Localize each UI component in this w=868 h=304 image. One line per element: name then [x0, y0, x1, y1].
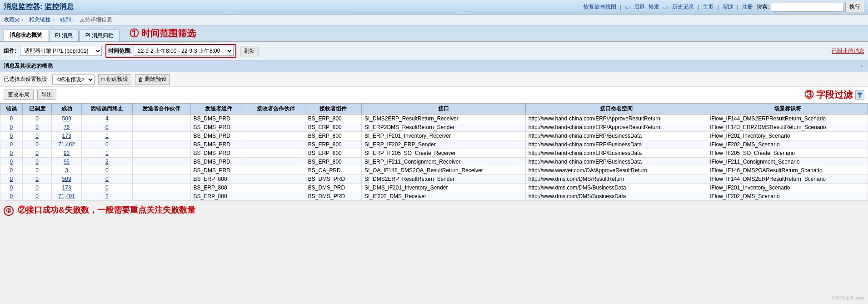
table-cell[interactable]: 0 — [22, 192, 52, 201]
table-cell: BS_ERP_800 — [305, 115, 361, 123]
table-cell[interactable]: 0 — [22, 123, 52, 132]
table-cell[interactable]: 2 — [81, 192, 132, 201]
forward-link[interactable]: 转发 — [649, 3, 659, 11]
table-cell: BS_DMS_PRD — [305, 184, 361, 192]
table-cell[interactable]: 71,402 — [52, 140, 81, 149]
table-toolbar-left: 更改布局 导出 — [4, 90, 56, 100]
table-cell[interactable]: 509 — [52, 175, 81, 184]
favorites-link[interactable]: 收藏夹 — [4, 16, 24, 24]
table-cell: BS_OA_PRD — [305, 166, 361, 175]
login-link[interactable]: 注册 — [742, 3, 753, 11]
table-cell: http://www.hand-china.com/ERP/ApproveRes… — [525, 123, 707, 132]
table-cell[interactable]: 0 — [0, 115, 23, 123]
table-cell[interactable]: 0 — [22, 166, 52, 175]
content-area: 组件: 适配器引擎 PP1 (poprd01) 时间范围: 22-9-2 上午8… — [0, 42, 868, 201]
field-filter-button[interactable] — [855, 90, 864, 100]
create-preset-button[interactable]: □ 创建预设 — [98, 74, 131, 85]
table-cell[interactable]: 509 — [52, 115, 81, 123]
table-cell[interactable]: 173 — [52, 132, 81, 140]
svg-marker-0 — [857, 93, 863, 98]
blocked-messages-link[interactable]: 已阻止的消息 — [832, 47, 864, 55]
table-cell[interactable]: 3 — [52, 166, 81, 175]
table-cell[interactable]: 95 — [52, 158, 81, 166]
table-cell — [132, 140, 190, 149]
table-cell: SI_DMS_IF201_Inventory_Sender — [362, 184, 526, 192]
table-cell — [132, 158, 190, 166]
export-button[interactable]: 导出 — [37, 90, 56, 100]
toolbar: 收藏夹 相关链接 转到 支持详细信息 — [0, 15, 868, 25]
table-cell: IFlow_IF201_Inventory_Scenario — [707, 132, 868, 140]
table-cell — [132, 123, 190, 132]
table-cell: SI_DMS2ERP_ResultReturn_Receiver — [362, 115, 526, 123]
table-cell — [247, 192, 305, 201]
group-select[interactable]: 适配器引擎 PP1 (poprd01) — [20, 46, 102, 56]
table-cell[interactable]: 0 — [0, 140, 23, 149]
table-cell: IFlow_IF211_Consignment_Scenario — [707, 158, 868, 166]
time-range-select[interactable]: 22-9-2 上午8:00 - 22-9-3 上午8:00 — [134, 46, 234, 56]
goto-link[interactable]: 转到 — [60, 16, 75, 24]
section-title-text: 消息及其状态的概览 — [4, 62, 53, 70]
table-cell[interactable]: 2 — [81, 158, 132, 166]
table-cell[interactable]: 76 — [52, 123, 81, 132]
table-cell[interactable]: 0 — [0, 149, 23, 158]
tab-status-overview[interactable]: 消息状态概览 — [4, 29, 48, 41]
table-cell: IFlow_IF202_DMS_Scenario — [707, 140, 868, 149]
table-cell: http://www.dms.com/DMS/BusinessData — [525, 192, 707, 201]
table-row: 0071,4020BS_DMS_PRDBS_ERP_800SI_ERP_IF20… — [0, 140, 868, 149]
tab-pi-msg-archive[interactable]: PI 消息归档 — [80, 30, 120, 41]
table-cell: BS_ERP_800 — [305, 140, 361, 149]
annotation-circle-2: ② — [4, 206, 14, 216]
table-cell[interactable]: 0 — [0, 175, 23, 184]
table-cell: 0 — [81, 123, 132, 132]
table-cell[interactable]: 0 — [0, 158, 23, 166]
table-cell — [247, 123, 305, 132]
table-cell[interactable]: 4 — [81, 115, 132, 123]
help-link[interactable]: 帮助 — [723, 3, 733, 11]
time-range-box: 时间范围: 22-9-2 上午8:00 - 22-9-3 上午8:00 — [105, 44, 236, 58]
table-cell[interactable]: 0 — [22, 184, 52, 192]
related-links-link[interactable]: 相关链接 — [29, 16, 55, 24]
preset-select[interactable]: <标准预设> — [52, 75, 95, 85]
table-cell[interactable]: 0 — [22, 149, 52, 158]
table-cell[interactable]: 93 — [52, 149, 81, 158]
col-interface: 接口 — [362, 104, 526, 115]
table-cell[interactable]: 0 — [22, 115, 52, 123]
restore-view-link[interactable]: 恢复缺省视图 — [584, 3, 616, 11]
execute-button[interactable]: 执行 — [845, 2, 864, 12]
table-cell[interactable]: 0 — [22, 175, 52, 184]
tab-annotation: ① 时间范围筛选 — [130, 27, 196, 41]
table-row: 00931BS_DMS_PRDBS_ERP_800SI_ERP_IF205_SO… — [0, 149, 868, 158]
table-cell: http://www.hand-china.com/ERP/BusinessDa… — [525, 149, 707, 158]
search-input[interactable] — [771, 3, 843, 12]
table-cell: BS_ERP_800 — [305, 132, 361, 140]
table-cell[interactable]: 0 — [22, 132, 52, 140]
table-cell[interactable]: 1 — [81, 132, 132, 140]
table-cell[interactable]: 0 — [0, 132, 23, 140]
table-cell[interactable]: 1 — [81, 149, 132, 158]
table-cell[interactable]: 0 — [0, 166, 23, 175]
table-cell: SI_ERP2DMS_ResultReturn_Sender — [362, 123, 526, 132]
table-cell[interactable]: 71,401 — [52, 192, 81, 201]
table-cell[interactable]: 0 — [22, 158, 52, 166]
table-cell[interactable]: 173 — [52, 184, 81, 192]
header-right: 恢复缺省视图 | ⇦ 后退 转发 ⇨ 历史记录 | 主页 | 帮助 | 注册 搜… — [584, 2, 864, 12]
filter-bar: 组件: 适配器引擎 PP1 (poprd01) 时间范围: 22-9-2 上午8… — [0, 42, 868, 60]
history-link[interactable]: 历史记录 — [672, 3, 694, 11]
col-scenario: 场景标识符 — [707, 104, 868, 115]
table-cell[interactable]: 0 — [0, 192, 23, 201]
col-namespace: 接口命名空间 — [525, 104, 707, 115]
delete-preset-button[interactable]: 🗑 删除预设 — [135, 74, 170, 85]
tab-pi-msg[interactable]: PI 消息 — [49, 30, 79, 41]
home-link[interactable]: 主页 — [703, 3, 713, 11]
table-cell[interactable]: 0 — [0, 123, 23, 132]
back-link[interactable]: 后退 — [634, 3, 645, 11]
table-cell: 0 — [81, 175, 132, 184]
table-cell: BS_ERP_800 — [190, 184, 247, 192]
table-cell[interactable]: 0 — [22, 140, 52, 149]
collapse-button[interactable]: □ — [861, 63, 864, 70]
field-filter-annotation: ③ 字段过滤 — [804, 89, 853, 101]
change-layout-button[interactable]: 更改布局 — [4, 90, 34, 100]
refresh-button[interactable]: 刷新 — [240, 46, 259, 56]
table-cell[interactable]: 0 — [0, 184, 23, 192]
delete-preset-icon: 🗑 — [138, 76, 144, 83]
